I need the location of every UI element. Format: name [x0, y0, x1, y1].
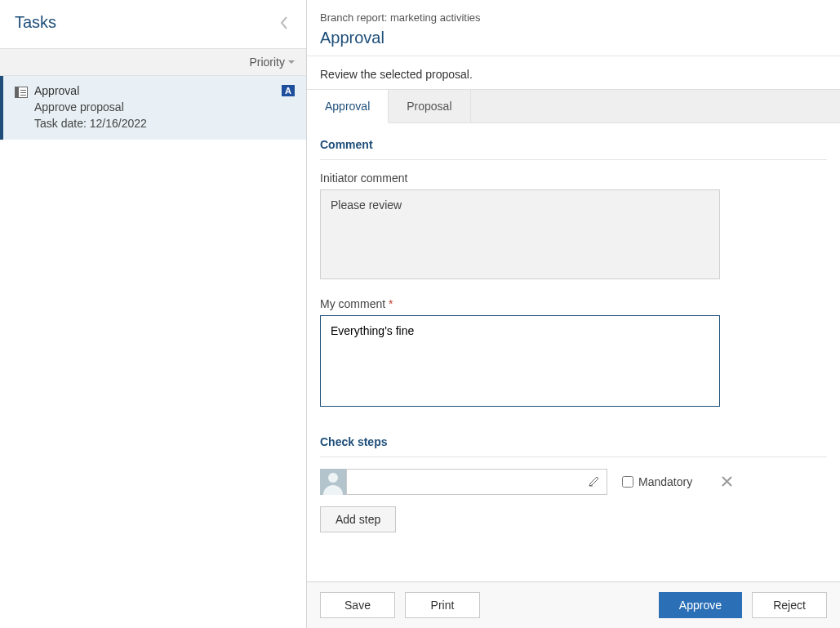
initiator-comment-label: Initiator comment: [320, 171, 827, 185]
task-item[interactable]: Approval A Approve proposal Task date: 1…: [0, 76, 306, 140]
my-comment-input[interactable]: [320, 315, 720, 407]
main-header: Branch report: marketing activities Appr…: [307, 0, 840, 56]
save-button[interactable]: Save: [320, 592, 395, 618]
mandatory-label: Mandatory: [638, 475, 692, 488]
print-button[interactable]: Print: [405, 592, 480, 618]
breadcrumb: Branch report: marketing activities: [320, 11, 827, 24]
back-chevron-icon[interactable]: [275, 14, 293, 32]
edit-icon[interactable]: [582, 475, 607, 489]
priority-sort-label: Priority: [249, 56, 285, 69]
content-area: Comment Initiator comment Please review …: [307, 123, 840, 581]
my-comment-label: My comment *: [320, 297, 827, 310]
add-step-button[interactable]: Add step: [320, 506, 396, 532]
avatar-icon: [320, 469, 346, 495]
tab-approval[interactable]: Approval: [307, 90, 389, 123]
task-badge: A: [282, 85, 295, 96]
approve-button[interactable]: Approve: [659, 592, 742, 618]
remove-step-icon[interactable]: [717, 474, 737, 491]
required-star-icon: *: [389, 297, 393, 310]
tab-proposal[interactable]: Proposal: [389, 90, 470, 122]
form-icon: [15, 87, 28, 98]
mandatory-checkbox[interactable]: [622, 476, 633, 488]
instruction-text: Review the selected proposal.: [307, 56, 840, 89]
sidebar: Tasks Priority Approval A Approve propos…: [0, 0, 307, 628]
task-title: Approval: [34, 84, 79, 97]
footer: Save Print Approve Reject: [307, 581, 840, 628]
task-body: Approval A Approve proposal Task date: 1…: [34, 84, 295, 130]
sidebar-title: Tasks: [15, 13, 56, 32]
reject-button[interactable]: Reject: [752, 592, 827, 618]
mandatory-checkbox-wrap[interactable]: Mandatory: [622, 475, 692, 488]
tabs: Approval Proposal: [307, 89, 840, 123]
checksteps-section-title: Check steps: [320, 435, 827, 457]
comment-section-title: Comment: [320, 138, 827, 160]
caret-down-icon: [288, 60, 295, 64]
person-input[interactable]: [347, 470, 582, 494]
main-panel: Branch report: marketing activities Appr…: [307, 0, 840, 628]
person-select[interactable]: [346, 469, 607, 495]
check-step-row: Mandatory: [320, 469, 827, 495]
priority-sort[interactable]: Priority: [0, 48, 306, 76]
task-subtitle: Approve proposal: [34, 100, 295, 114]
task-date: Task date: 12/16/2022: [34, 117, 295, 130]
initiator-comment-value: Please review: [320, 189, 720, 279]
sidebar-header: Tasks: [0, 0, 306, 48]
page-title: Approval: [320, 29, 827, 47]
